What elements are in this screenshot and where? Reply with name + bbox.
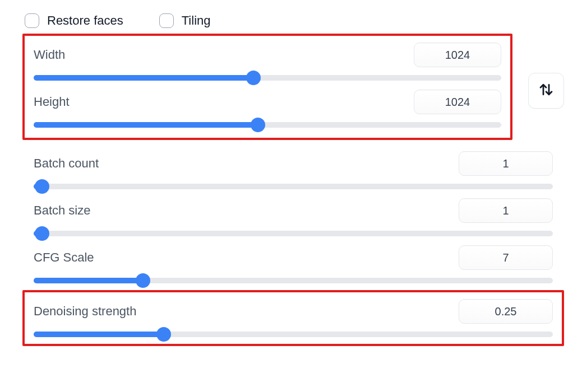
height-fill — [34, 122, 257, 128]
denoising-value: 0.25 — [495, 305, 517, 318]
denoising-value-box[interactable]: 0.25 — [459, 299, 553, 324]
height-value: 1024 — [445, 96, 470, 109]
tiling-checkbox[interactable]: Tiling — [159, 13, 211, 28]
batch-size-thumb[interactable] — [35, 226, 49, 241]
width-slider: Width 1024 — [34, 43, 501, 81]
denoising-fill — [34, 332, 163, 337]
height-label: Height — [34, 95, 70, 109]
width-label: Width — [34, 48, 65, 62]
cfg-scale-value: 7 — [502, 251, 509, 264]
batch-size-value-box[interactable]: 1 — [459, 198, 553, 223]
cfg-scale-value-box[interactable]: 7 — [459, 245, 553, 270]
tiling-label: Tiling — [182, 13, 211, 28]
height-value-box[interactable]: 1024 — [414, 90, 501, 114]
width-fill — [34, 75, 253, 81]
denoising-slider: Denoising strength 0.25 — [34, 299, 553, 337]
swap-dimensions-button[interactable] — [528, 73, 564, 109]
checkbox-row: Restore faces Tiling — [22, 13, 564, 28]
batch-count-value: 1 — [502, 157, 509, 170]
height-thumb[interactable] — [251, 118, 265, 132]
width-value: 1024 — [445, 49, 470, 62]
width-thumb[interactable] — [246, 71, 261, 85]
restore-faces-checkbox[interactable]: Restore faces — [25, 13, 123, 28]
dimensions-highlight: Width 1024 Height — [22, 34, 512, 140]
batch-size-label: Batch size — [34, 203, 91, 218]
batch-count-slider: Batch count 1 — [34, 151, 553, 189]
cfg-scale-fill — [34, 278, 142, 283]
cfg-scale-thumb[interactable] — [136, 273, 150, 288]
cfg-scale-slider: CFG Scale 7 — [34, 245, 553, 283]
denoising-label: Denoising strength — [34, 304, 136, 319]
batch-count-thumb[interactable] — [35, 179, 49, 194]
height-slider: Height 1024 — [34, 90, 501, 128]
batch-count-track[interactable] — [34, 184, 553, 189]
checkbox-box[interactable] — [159, 13, 174, 28]
denoising-track[interactable] — [34, 332, 553, 337]
cfg-scale-label: CFG Scale — [34, 250, 94, 265]
width-track[interactable] — [34, 75, 501, 81]
swap-vertical-icon — [538, 81, 555, 101]
batch-count-value-box[interactable]: 1 — [459, 151, 553, 176]
denoising-thumb[interactable] — [156, 327, 171, 342]
batch-size-value: 1 — [502, 204, 509, 217]
batch-size-track[interactable] — [34, 231, 553, 236]
cfg-scale-track[interactable] — [34, 278, 553, 283]
batch-count-label: Batch count — [34, 156, 99, 171]
height-track[interactable] — [34, 122, 501, 128]
denoising-highlight: Denoising strength 0.25 — [22, 290, 564, 346]
width-value-box[interactable]: 1024 — [414, 43, 501, 67]
batch-size-slider: Batch size 1 — [34, 198, 553, 236]
checkbox-box[interactable] — [25, 13, 39, 28]
restore-faces-label: Restore faces — [47, 13, 123, 28]
